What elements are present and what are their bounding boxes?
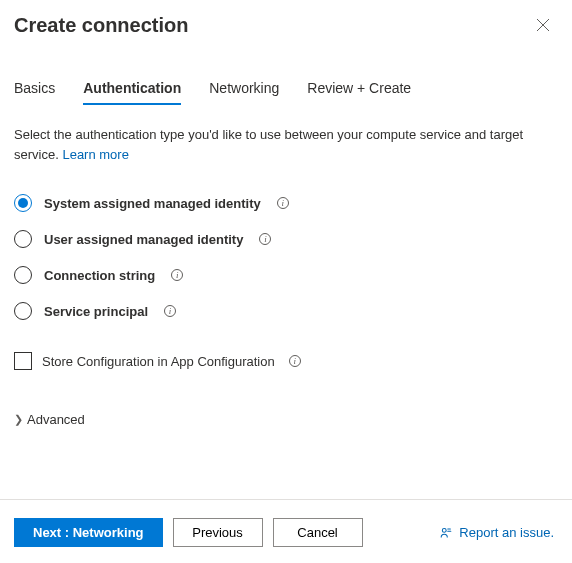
info-icon[interactable]: i xyxy=(277,197,289,209)
radio-icon xyxy=(14,266,32,284)
tab-review-create[interactable]: Review + Create xyxy=(307,80,411,104)
auth-type-group: System assigned managed identity i User … xyxy=(14,194,554,320)
radio-connection-string[interactable]: Connection string i xyxy=(14,266,554,284)
description-text: Select the authentication type you'd lik… xyxy=(14,125,554,164)
radio-label: Connection string xyxy=(44,268,155,283)
advanced-label: Advanced xyxy=(27,412,85,427)
info-icon[interactable]: i xyxy=(259,233,271,245)
radio-icon xyxy=(14,230,32,248)
feedback-icon xyxy=(439,526,453,540)
info-icon[interactable]: i xyxy=(164,305,176,317)
radio-label: Service principal xyxy=(44,304,148,319)
cancel-button[interactable]: Cancel xyxy=(273,518,363,547)
radio-system-assigned[interactable]: System assigned managed identity i xyxy=(14,194,554,212)
radio-label: System assigned managed identity xyxy=(44,196,261,211)
tab-networking[interactable]: Networking xyxy=(209,80,279,104)
learn-more-link[interactable]: Learn more xyxy=(62,147,128,162)
store-config-checkbox-row[interactable]: Store Configuration in App Configuration… xyxy=(14,352,554,370)
svg-point-2 xyxy=(443,528,447,532)
radio-service-principal[interactable]: Service principal i xyxy=(14,302,554,320)
checkbox-label: Store Configuration in App Configuration xyxy=(42,354,275,369)
close-icon xyxy=(536,18,550,32)
tab-bar: Basics Authentication Networking Review … xyxy=(14,80,554,105)
chevron-right-icon: ❯ xyxy=(14,413,23,426)
radio-icon xyxy=(14,302,32,320)
page-title: Create connection xyxy=(14,14,188,37)
radio-user-assigned[interactable]: User assigned managed identity i xyxy=(14,230,554,248)
previous-button[interactable]: Previous xyxy=(173,518,263,547)
footer: Next : Networking Previous Cancel Report… xyxy=(14,500,554,563)
radio-label: User assigned managed identity xyxy=(44,232,243,247)
info-icon[interactable]: i xyxy=(171,269,183,281)
advanced-toggle[interactable]: ❯ Advanced xyxy=(14,412,554,427)
next-button[interactable]: Next : Networking xyxy=(14,518,163,547)
info-icon[interactable]: i xyxy=(289,355,301,367)
report-issue-link[interactable]: Report an issue. xyxy=(439,525,554,540)
report-issue-label: Report an issue. xyxy=(459,525,554,540)
checkbox-icon xyxy=(14,352,32,370)
tab-basics[interactable]: Basics xyxy=(14,80,55,104)
tab-authentication[interactable]: Authentication xyxy=(83,80,181,104)
close-button[interactable] xyxy=(532,14,554,38)
radio-icon xyxy=(14,194,32,212)
